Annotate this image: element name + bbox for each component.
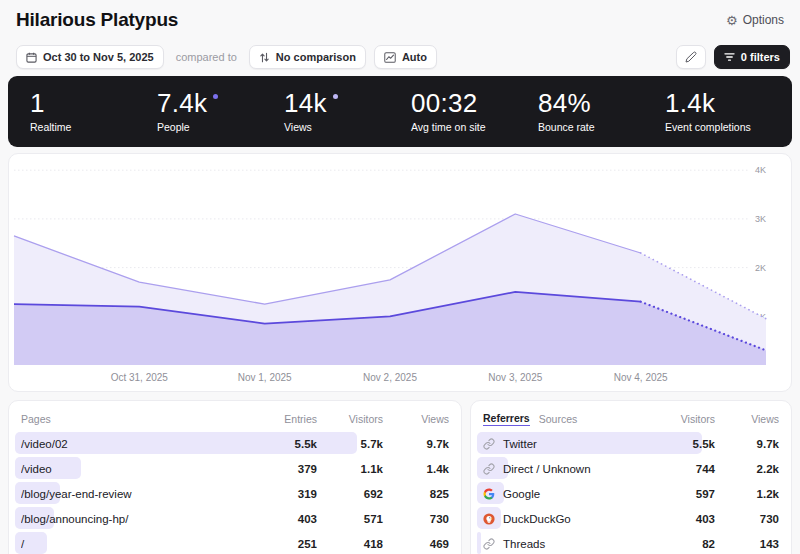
tab-sources[interactable]: Sources (539, 413, 578, 425)
line-chart-icon (384, 52, 396, 63)
chart-mode-button[interactable]: Auto (374, 45, 437, 69)
svg-text:Nov 2, 2025: Nov 2, 2025 (363, 372, 417, 383)
stat-label: People (157, 121, 284, 133)
series-dot-icon (213, 94, 218, 99)
entries-value: 403 (255, 513, 317, 525)
filters-button[interactable]: 0 filters (714, 45, 790, 69)
referrers-table-row[interactable]: Twitter5.5k9.7k (483, 431, 779, 456)
svg-text:Nov 3, 2025: Nov 3, 2025 (488, 372, 542, 383)
entries-value: 379 (255, 463, 317, 475)
pencil-icon (685, 51, 697, 63)
views-value: 825 (383, 488, 449, 500)
visitors-value: 5.5k (651, 438, 715, 450)
page-path[interactable]: /video/02 (21, 438, 255, 450)
svg-text:Nov 4, 2025: Nov 4, 2025 (614, 372, 668, 383)
pages-table-row[interactable]: /blog/year-end-review319692825 (21, 481, 449, 506)
referrer-name[interactable]: DuckDuckGo (483, 513, 651, 525)
stat-value: 00:32 (411, 90, 538, 117)
duckduckgo-icon (483, 513, 495, 525)
svg-text:4K: 4K (755, 165, 766, 175)
referrers-table-row[interactable]: Google5971.2k (483, 481, 779, 506)
referrer-name[interactable]: Direct / Unknown (483, 463, 651, 475)
visitors-value: 418 (317, 538, 383, 550)
visitors-value: 692 (317, 488, 383, 500)
views-value: 1.2k (715, 488, 779, 500)
options-button[interactable]: ⚙ Options (726, 13, 784, 27)
pages-table-row[interactable]: /251418469 (21, 531, 449, 554)
referrers-table-row[interactable]: Direct / Unknown7442.2k (483, 456, 779, 481)
referrer-name[interactable]: Google (483, 488, 651, 500)
svg-text:Oct 31, 2025: Oct 31, 2025 (111, 372, 169, 383)
calendar-icon (26, 52, 37, 63)
entries-value: 319 (255, 488, 317, 500)
pages-table-row[interactable]: /video3791.1k1.4k (21, 456, 449, 481)
pages-table-header: Pages Entries Visitors Views (21, 407, 449, 431)
edit-filters-button[interactable] (676, 45, 706, 69)
views-value: 469 (383, 538, 449, 550)
visitors-value: 1.1k (317, 463, 383, 475)
pages-table-row[interactable]: /video/025.5k5.7k9.7k (21, 431, 449, 456)
visitors-value: 571 (317, 513, 383, 525)
referrers-table-row[interactable]: Threads82143 (483, 531, 779, 554)
entries-value: 5.5k (255, 438, 317, 450)
tab-pages[interactable]: Pages (21, 413, 51, 425)
stat-value: 7.4k (157, 90, 284, 117)
visitors-value: 82 (651, 538, 715, 550)
filter-icon (724, 52, 735, 62)
visitors-value: 744 (651, 463, 715, 475)
referrer-name[interactable]: Threads (483, 538, 651, 550)
stat-label: Avg time on site (411, 121, 538, 133)
stat-label: Bounce rate (538, 121, 665, 133)
stat-bounce-rate[interactable]: 84%Bounce rate (538, 90, 665, 133)
filters-label: 0 filters (741, 51, 780, 63)
site-title: Hilarious Platypus (16, 9, 178, 31)
visitors-value: 5.7k (317, 438, 383, 450)
stat-label: Views (284, 121, 411, 133)
views-value: 730 (715, 513, 779, 525)
views-value: 143 (715, 538, 779, 550)
stat-views[interactable]: 14kViews (284, 90, 411, 133)
area-chart-canvas[interactable]: 1K2K3K4KOct 31, 2025Nov 1, 2025Nov 2, 20… (9, 154, 791, 391)
svg-text:Nov 1, 2025: Nov 1, 2025 (238, 372, 292, 383)
views-value: 9.7k (383, 438, 449, 450)
link-icon (483, 538, 495, 550)
referrers-table-header: Referrers Sources Visitors Views (483, 407, 779, 431)
comparison-button[interactable]: No comparison (249, 45, 366, 69)
traffic-chart[interactable]: 1K2K3K4KOct 31, 2025Nov 1, 2025Nov 2, 20… (8, 153, 792, 392)
tab-referrers[interactable]: Referrers (483, 412, 530, 426)
referrers-table: Referrers Sources Visitors Views Twitter… (470, 400, 792, 554)
value-bar (477, 532, 481, 554)
col-visitors: Visitors (317, 413, 383, 425)
col-ref-visitors: Visitors (651, 413, 715, 425)
stats-bar: 1Realtime7.4kPeople14kViews00:32Avg time… (8, 76, 792, 147)
page-path[interactable]: /blog/announcing-hp/ (21, 513, 255, 525)
visitors-value: 403 (651, 513, 715, 525)
link-icon (483, 463, 495, 475)
pages-table-row[interactable]: /blog/announcing-hp/403571730 (21, 506, 449, 531)
stat-realtime[interactable]: 1Realtime (30, 90, 157, 133)
stat-event-completions[interactable]: 1.4kEvent completions (665, 90, 792, 133)
chart-mode-label: Auto (402, 51, 427, 63)
toolbar: Oct 30 to Nov 5, 2025 compared to No com… (0, 36, 800, 69)
col-entries: Entries (255, 413, 317, 425)
analytics-dashboard: Hilarious Platypus ⚙ Options Oct 30 to N… (0, 0, 800, 554)
stat-label: Realtime (30, 121, 157, 133)
stat-avg-time-on-site[interactable]: 00:32Avg time on site (411, 90, 538, 133)
views-value: 1.4k (383, 463, 449, 475)
stat-value: 1.4k (665, 90, 792, 117)
gear-icon: ⚙ (726, 14, 738, 27)
referrers-table-row[interactable]: DuckDuckGo403730 (483, 506, 779, 531)
referrer-name[interactable]: Twitter (483, 438, 651, 450)
stat-label: Event completions (665, 121, 792, 133)
page-path[interactable]: / (21, 538, 255, 550)
link-icon (483, 438, 495, 450)
svg-text:2K: 2K (755, 263, 766, 273)
compared-to-label: compared to (176, 51, 237, 63)
page-path[interactable]: /blog/year-end-review (21, 488, 255, 500)
page-path[interactable]: /video (21, 463, 255, 475)
stat-people[interactable]: 7.4kPeople (157, 90, 284, 133)
entries-value: 251 (255, 538, 317, 550)
date-range-button[interactable]: Oct 30 to Nov 5, 2025 (16, 45, 164, 69)
visitors-value: 597 (651, 488, 715, 500)
views-value: 9.7k (715, 438, 779, 450)
